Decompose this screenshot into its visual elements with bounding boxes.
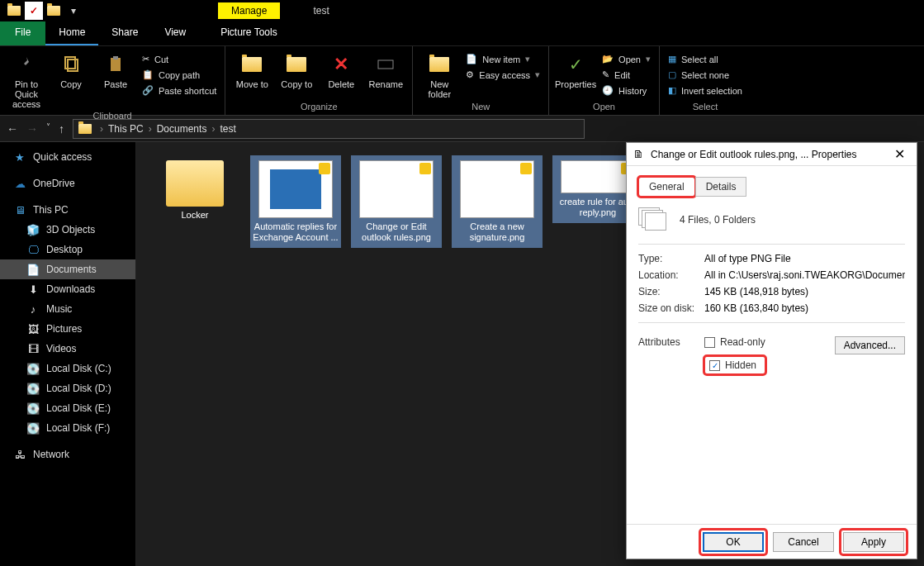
sidebar-item-videos[interactable]: 🎞Videos: [0, 339, 135, 359]
select-none-button[interactable]: ▢Select none: [666, 69, 744, 81]
sidebar-item-disk-e[interactable]: 💽Local Disk (E:): [0, 398, 135, 418]
file-item[interactable]: Create a new signature.png: [452, 155, 543, 248]
new-folder-button[interactable]: New folder: [419, 50, 459, 99]
contextual-tab-manage[interactable]: Manage: [218, 2, 280, 19]
label: Network: [33, 449, 69, 460]
sidebar-item-downloads[interactable]: ⬇Downloads: [0, 279, 135, 299]
tab-file[interactable]: File: [0, 21, 45, 45]
sidebar-item-pictures[interactable]: 🖼Pictures: [0, 319, 135, 339]
sidebar-item-desktop[interactable]: 🖵Desktop: [0, 240, 135, 259]
tab-view[interactable]: View: [151, 21, 199, 45]
delete-button[interactable]: ✕Delete: [321, 50, 361, 89]
pin-quick-access-button[interactable]: Pin to Quick access: [7, 50, 46, 109]
label: Pin to Quick access: [7, 79, 46, 109]
cut-button[interactable]: ✂Cut: [140, 53, 218, 65]
sidebar-item-music[interactable]: ♪Music: [0, 299, 135, 319]
recent-dropdown[interactable]: ˅: [46, 122, 50, 136]
cancel-button[interactable]: Cancel: [773, 532, 834, 552]
label: Local Disk (C:): [46, 363, 111, 374]
tab-general[interactable]: General: [638, 177, 695, 197]
sidebar-item-disk-d[interactable]: 💽Local Disk (D:): [0, 378, 135, 398]
crumb-this-pc[interactable]: This PC: [108, 123, 144, 135]
select-all-button[interactable]: ▦Select all: [666, 53, 744, 65]
dialog-title: Change or Edit outlook rules.png, ... Pr…: [651, 149, 856, 160]
qat-btn[interactable]: [45, 2, 63, 20]
back-button[interactable]: ←: [7, 122, 18, 136]
sidebar-item-quick-access[interactable]: ★Quick access: [0, 147, 135, 167]
breadcrumb[interactable]: › This PC › Documents › test: [73, 119, 585, 139]
new-item-button[interactable]: 📄New item▾: [464, 53, 542, 65]
qat-btn[interactable]: ✓: [25, 2, 43, 20]
sidebar-item-network[interactable]: 🖧Network: [0, 445, 135, 464]
ribbon-group-clipboard: Pin to Quick access Copy Paste ✂Cut 📋Cop…: [0, 46, 225, 115]
file-item[interactable]: Change or Edit outlook rules.png: [351, 155, 442, 248]
sidebar-item-disk-f[interactable]: 💽Local Disk (F:): [0, 418, 135, 438]
scissors-icon: ✂: [142, 54, 149, 64]
hidden-checkbox[interactable]: ✓ Hidden: [704, 356, 765, 374]
sidebar-item-this-pc[interactable]: 🖥This PC: [0, 200, 135, 220]
label: Copy to: [281, 79, 312, 89]
properties-dialog: 🗎 Change or Edit outlook rules.png, ... …: [626, 142, 917, 559]
label: This PC: [33, 204, 69, 216]
properties-button[interactable]: ✓Properties: [556, 50, 595, 89]
crumb-current[interactable]: test: [220, 123, 235, 135]
tab-share[interactable]: Share: [98, 21, 151, 45]
sidebar-item-disk-c[interactable]: 💽Local Disk (C:): [0, 359, 135, 378]
sidebar-item-documents[interactable]: 📄Documents: [0, 259, 135, 279]
easy-access-icon: ⚙: [466, 69, 474, 80]
crumb-documents[interactable]: Documents: [157, 123, 207, 135]
advanced-button[interactable]: Advanced...: [835, 336, 905, 354]
tab-home[interactable]: Home: [45, 21, 98, 45]
paste-button[interactable]: Paste: [96, 50, 135, 89]
rename-button[interactable]: Rename: [366, 50, 405, 89]
file-item[interactable]: Automatic replies for Exchange Account .…: [250, 155, 341, 248]
location-value: All in C:\Users\raj.soni.TWEAKORG\Docume…: [704, 269, 905, 281]
svg-rect-2: [111, 58, 121, 71]
forward-button[interactable]: →: [26, 122, 38, 136]
move-to-button[interactable]: Move to: [232, 50, 272, 89]
tab-picture-tools[interactable]: Picture Tools: [207, 21, 290, 45]
invert-selection-button[interactable]: ◧Invert selection: [666, 84, 744, 97]
up-button[interactable]: ↑: [59, 122, 64, 136]
folder-item[interactable]: Locker: [149, 155, 240, 226]
readonly-checkbox[interactable]: Read-only: [704, 336, 765, 348]
easy-access-button[interactable]: ⚙Easy access▾: [464, 69, 542, 81]
select-none-icon: ▢: [668, 69, 676, 80]
thumbnail: [258, 160, 333, 218]
paste-shortcut-button[interactable]: 🔗Paste shortcut: [140, 84, 218, 97]
size-on-disk-value: 160 KB (163,840 bytes): [704, 302, 905, 314]
copy-path-button[interactable]: 📋Copy path: [140, 69, 218, 81]
sidebar-item-onedrive[interactable]: ☁OneDrive: [0, 174, 135, 193]
quick-access-toolbar: ✓ ▾: [0, 2, 83, 20]
label: Copy: [60, 79, 82, 89]
location-label: Location:: [638, 269, 704, 281]
sidebar-item-3d-objects[interactable]: 🧊3D Objects: [0, 220, 135, 240]
label: Pictures: [46, 323, 82, 335]
label: Documents: [46, 264, 97, 275]
lock-icon: [520, 163, 532, 174]
apply-button[interactable]: Apply: [843, 532, 904, 552]
paste-icon: [107, 53, 125, 76]
label: Rename: [369, 79, 404, 89]
invert-icon: ◧: [668, 85, 676, 96]
qat-dropdown[interactable]: ▾: [64, 2, 83, 20]
copy-button[interactable]: Copy: [51, 50, 91, 89]
tab-details[interactable]: Details: [695, 177, 747, 197]
ok-button[interactable]: OK: [703, 532, 764, 552]
close-button[interactable]: ✕: [889, 146, 910, 162]
ribbon-group-organize: Move to Copy to ✕Delete Rename Organize: [225, 46, 413, 115]
summary-text: 4 Files, 0 Folders: [680, 214, 756, 226]
disk-icon: 💽: [26, 421, 40, 435]
label: Paste: [104, 79, 127, 89]
app-icon[interactable]: [5, 2, 23, 20]
edit-button[interactable]: ✎Edit: [600, 69, 652, 81]
disk-icon: 💽: [26, 402, 40, 415]
properties-icon: ✓: [569, 53, 583, 76]
history-button[interactable]: 🕘History: [600, 84, 652, 97]
disk-icon: 💽: [26, 362, 40, 375]
open-button[interactable]: 📂Open▾: [600, 53, 652, 65]
copy-to-button[interactable]: Copy to: [277, 50, 316, 89]
chevron-down-icon: ▾: [646, 54, 651, 64]
delete-icon: ✕: [334, 53, 348, 76]
label: Videos: [46, 343, 76, 354]
